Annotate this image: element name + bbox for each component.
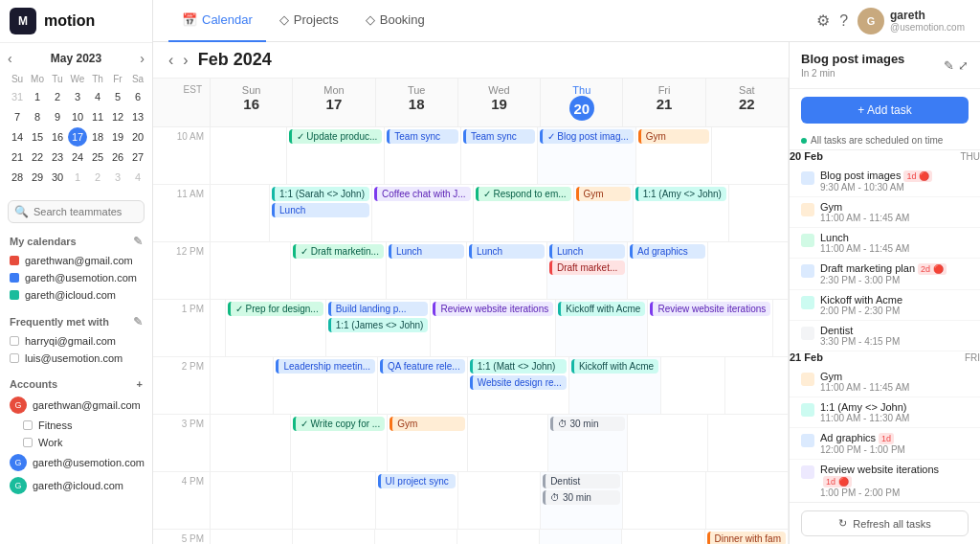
calendar-event[interactable]: ✓ Respond to em... xyxy=(476,187,571,201)
cal-cell[interactable] xyxy=(708,242,789,299)
sub-calendar-item[interactable]: Fitness xyxy=(10,417,143,434)
mini-cal-day[interactable]: 14 xyxy=(8,127,27,147)
calendar-event[interactable]: ✓ Blog post imag... xyxy=(540,129,634,144)
cal-cell[interactable] xyxy=(211,357,274,414)
calendar-event[interactable]: Lunch xyxy=(549,244,625,259)
rp-event-item[interactable]: Ad graphics1d12:00 PM - 1:00 PM xyxy=(790,428,980,460)
mini-cal-day[interactable]: 4 xyxy=(88,87,107,106)
cal-cell[interactable]: QA feature rele... xyxy=(378,357,468,414)
cal-cell[interactable]: Lunch xyxy=(387,242,467,299)
rp-expand-icon[interactable]: ⤢ xyxy=(958,58,969,73)
calendar-event[interactable]: ✓ Prep for design... xyxy=(228,302,323,316)
mini-cal-day[interactable]: 11 xyxy=(88,107,107,126)
calendar-event[interactable]: Build landing p... xyxy=(328,302,429,316)
mini-cal-next[interactable]: › xyxy=(140,51,145,66)
rp-event-item[interactable]: Blog post images1d 🔴9:30 AM - 10:30 AM xyxy=(790,166,980,197)
frequently-met-edit-icon[interactable]: ✎ xyxy=(133,315,143,329)
cal-cell[interactable]: Kickoff with Acme xyxy=(569,357,661,414)
freq-met-item[interactable]: harryqi@gmail.com xyxy=(10,332,143,350)
mini-cal-day[interactable]: 1 xyxy=(28,87,47,106)
cal-next-btn[interactable]: › xyxy=(183,52,188,69)
cal-cell[interactable]: Team sync xyxy=(461,127,538,184)
calendar-event[interactable]: Ad graphics xyxy=(630,244,705,259)
cal-cell[interactable]: Build landing p...1:1 (James <> John) xyxy=(326,300,432,356)
calendar-event[interactable]: Gym xyxy=(576,187,631,201)
rp-edit-icon[interactable]: ✎ xyxy=(944,58,954,73)
cal-cell[interactable]: ✓ Respond to em... xyxy=(474,185,574,241)
calendar-event[interactable]: Dentist xyxy=(543,474,620,488)
cal-cell[interactable] xyxy=(211,127,287,184)
mini-cal-day[interactable]: 16 xyxy=(48,127,67,147)
calendar-event[interactable]: Gym xyxy=(390,417,465,431)
calendar-event[interactable]: Lunch xyxy=(469,244,545,259)
cal-cell[interactable] xyxy=(706,472,789,529)
calendar-event[interactable]: 1:1 (Amy <> John) xyxy=(635,187,726,201)
mini-cal-day[interactable]: 6 xyxy=(128,87,147,106)
cal-cell[interactable]: 1:1 (Sarah <> John)Lunch xyxy=(270,185,372,241)
rp-event-item[interactable]: Kickoff with Acme2:00 PM - 2:30 PM xyxy=(790,290,980,321)
cal-cell[interactable]: 1:1 (Amy <> John) xyxy=(634,185,729,241)
mini-cal-day[interactable]: 21 xyxy=(8,147,27,167)
add-task-button[interactable]: + Add task xyxy=(801,97,969,124)
cal-cell[interactable]: ✓ Prep for design... xyxy=(226,300,326,356)
calendar-event[interactable]: ✓ Write copy for ... xyxy=(293,417,385,431)
mini-cal-day[interactable]: 18 xyxy=(88,127,107,147)
cal-cell[interactable]: Gym xyxy=(388,415,468,471)
mini-cal-day[interactable]: 5 xyxy=(108,87,127,106)
rp-event-item[interactable]: 1:1 (Amy <> John)11:00 AM - 11:30 AM xyxy=(790,397,980,428)
rp-event-item[interactable]: Gym11:00 AM - 11:45 AM xyxy=(790,197,980,228)
cal-cell[interactable]: ✓ Draft marketin... xyxy=(291,242,387,299)
cal-cell[interactable]: ✓ Blog post imag... xyxy=(538,127,636,184)
mini-cal-day[interactable]: 1 xyxy=(68,168,87,187)
settings-icon[interactable]: ⚙ xyxy=(816,11,830,30)
mini-cal-day[interactable]: 13 xyxy=(128,107,147,126)
calendar-event[interactable]: Review website iterations xyxy=(433,302,553,316)
rp-event-item[interactable]: Review website iterations1d 🔴1:00 PM - 2… xyxy=(790,460,980,502)
calendar-event[interactable]: ✓ Draft marketin... xyxy=(293,244,384,259)
calendar-event[interactable]: ⏱ 30 min xyxy=(543,490,620,505)
user-info[interactable]: G gareth @usemotion.com xyxy=(858,8,965,34)
cal-prev-btn[interactable]: ‹ xyxy=(168,52,173,69)
mini-cal-day[interactable]: 7 xyxy=(8,107,27,126)
cal-cell[interactable]: Dentist⏱ 30 min xyxy=(541,472,623,529)
cal-cell[interactable] xyxy=(293,530,375,544)
cal-cell[interactable] xyxy=(622,530,704,544)
cal-cell[interactable] xyxy=(293,472,375,529)
mini-cal-day[interactable]: 9 xyxy=(48,107,67,126)
my-calendar-item[interactable]: garethwan@gmail.com xyxy=(10,252,143,269)
account-item[interactable]: Ggarethwan@gmail.com xyxy=(10,394,143,417)
calendar-event[interactable]: Coffee chat with J... xyxy=(374,187,471,201)
cal-cell[interactable] xyxy=(773,300,789,356)
rp-event-item[interactable]: Lunch11:00 AM - 11:45 AM xyxy=(790,228,980,259)
calendar-event[interactable]: Kickoff with Acme xyxy=(558,302,645,316)
mini-cal-day[interactable]: 10 xyxy=(68,107,87,126)
cal-cell[interactable] xyxy=(540,530,622,544)
refresh-all-tasks-button[interactable]: ↻ Refresh all tasks xyxy=(801,510,969,536)
cal-cell[interactable]: Gym xyxy=(574,185,634,241)
mini-cal-day[interactable]: 28 xyxy=(8,168,27,187)
rp-event-item[interactable]: Gym11:00 AM - 11:45 AM xyxy=(790,367,980,397)
mini-cal-day[interactable]: 12 xyxy=(108,107,127,126)
mini-cal-day[interactable]: 4 xyxy=(128,168,147,187)
calendar-event[interactable]: Draft market... xyxy=(549,261,625,275)
accounts-add-icon[interactable]: + xyxy=(137,378,143,390)
calendar-event[interactable]: Gym xyxy=(638,129,710,144)
calendar-event[interactable]: Team sync xyxy=(387,129,458,144)
mini-cal-day[interactable]: 17 xyxy=(68,127,87,147)
cal-cell[interactable]: Review website iterations xyxy=(431,300,556,356)
cal-cell[interactable] xyxy=(623,472,705,529)
calendar-event[interactable]: Website design re... xyxy=(470,375,567,390)
calendar-event[interactable]: Kickoff with Acme xyxy=(571,359,658,374)
cal-cell[interactable] xyxy=(458,472,541,529)
nav-tab-projects[interactable]: ◇Projects xyxy=(266,0,352,42)
cal-cell[interactable] xyxy=(211,185,270,241)
calendar-event[interactable]: Dinner with fam xyxy=(707,532,786,544)
cal-cell[interactable]: Kickoff with Acme xyxy=(556,300,648,356)
mini-cal-day[interactable]: 22 xyxy=(28,147,47,167)
account-item[interactable]: Ggareth@icloud.com xyxy=(10,474,143,497)
sub-calendar-item[interactable]: Work xyxy=(10,434,143,451)
cal-cell[interactable] xyxy=(457,530,540,544)
cal-cell[interactable]: Lunch xyxy=(467,242,547,299)
cal-cell[interactable] xyxy=(211,530,293,544)
cal-cell[interactable]: Leadership meetin... xyxy=(274,357,378,414)
